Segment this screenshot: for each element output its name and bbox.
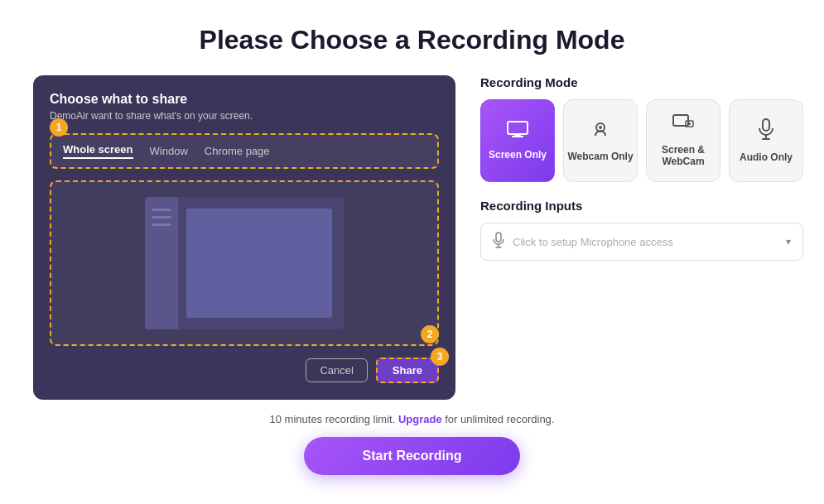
step3-badge: 3 [431, 348, 449, 366]
svg-point-7 [688, 122, 691, 125]
share-button[interactable]: Share [376, 358, 439, 383]
start-recording-button[interactable]: Start Recording [304, 437, 519, 475]
svg-rect-0 [508, 122, 528, 134]
dialog-header: Choose what to share DemoAir want to sha… [50, 92, 439, 122]
svg-point-4 [599, 126, 602, 129]
dialog-subtitle: DemoAir want to share what's on your scr… [50, 110, 439, 122]
step1-badge: 1 [50, 118, 68, 137]
tab-whole-screen[interactable]: Whole screen [63, 143, 133, 159]
svg-rect-11 [496, 233, 501, 242]
screen-only-label: Screen Only [489, 149, 547, 161]
tab-chrome-page[interactable]: Chrome page [205, 145, 270, 157]
svg-rect-8 [763, 119, 769, 131]
mic-placeholder-text: Click to setup Microphone access [513, 236, 778, 248]
mode-card-screen-only[interactable]: Screen Only [480, 99, 555, 182]
webcam-only-label: Webcam Only [567, 151, 633, 162]
page-title: Please Choose a Recording Mode [200, 25, 625, 55]
tabs-section: Whole screen Window Chrome page [50, 133, 439, 169]
right-panel: Recording Mode Screen Only [480, 75, 803, 261]
mode-card-screen-webcam[interactable]: Screen & WebCam [646, 99, 720, 182]
upgrade-link[interactable]: Upgrade [398, 413, 442, 425]
step2-badge: 2 [421, 325, 439, 343]
limit-text-before: 10 minutes recording limit. [270, 413, 398, 425]
limit-text: 10 minutes recording limit. Upgrade for … [270, 413, 555, 425]
screen-webcam-icon [672, 114, 694, 137]
dialog-buttons: Cancel Share 3 [50, 358, 439, 383]
recording-inputs-section: Recording Inputs Click to setup Micropho… [480, 199, 803, 261]
dialog-title: Choose what to share [50, 92, 439, 107]
limit-text-after: for unlimited recording. [445, 413, 554, 425]
screen-preview [145, 197, 344, 329]
chevron-down-icon: ▾ [786, 236, 791, 247]
mic-icon [493, 232, 504, 252]
recording-inputs-label: Recording Inputs [480, 199, 803, 213]
audio-only-icon [757, 118, 775, 145]
sidebar-line [152, 223, 171, 226]
screen-preview-wrapper[interactable] [50, 180, 439, 346]
webcam-only-icon [590, 119, 610, 144]
screen-only-icon [507, 121, 528, 142]
sidebar-line [152, 209, 171, 211]
screen-content [186, 209, 332, 318]
bottom-section: 10 minutes recording limit. Upgrade for … [33, 413, 791, 475]
screen-webcam-label: Screen & WebCam [647, 144, 720, 168]
main-content: 1 Choose what to share DemoAir want to s… [33, 75, 791, 400]
browser-dialog: 1 Choose what to share DemoAir want to s… [33, 75, 455, 400]
mode-card-audio-only[interactable]: Audio Only [729, 99, 803, 182]
tab-window[interactable]: Window [150, 145, 188, 157]
mode-cards: Screen Only Webcam Only [480, 99, 803, 182]
audio-only-label: Audio Only [740, 151, 793, 163]
mic-input[interactable]: Click to setup Microphone access ▾ [480, 223, 803, 261]
recording-mode-section: Recording Mode Screen Only [480, 75, 803, 182]
cancel-button[interactable]: Cancel [306, 358, 367, 382]
sidebar-line [152, 216, 171, 218]
recording-mode-label: Recording Mode [480, 75, 803, 89]
screen-sidebar [145, 197, 178, 329]
mode-card-webcam-only[interactable]: Webcam Only [563, 99, 638, 182]
